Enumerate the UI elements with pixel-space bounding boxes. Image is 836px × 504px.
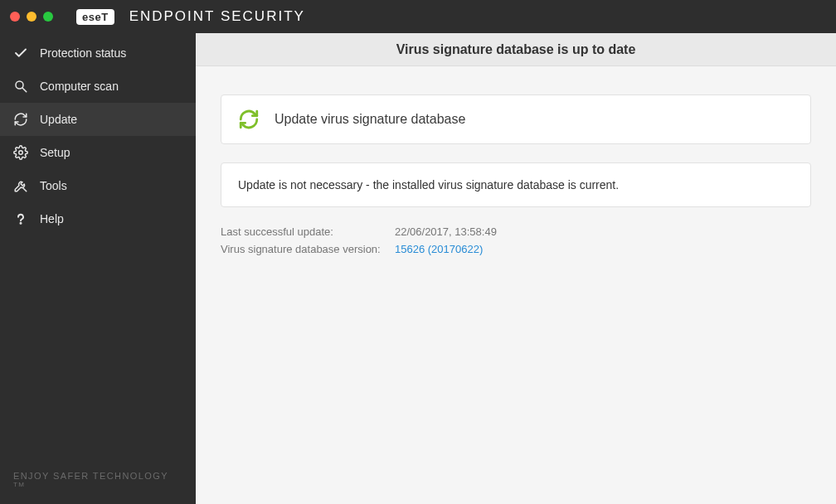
tools-icon bbox=[13, 178, 28, 193]
sidebar-nav: Protection status Computer scan Update bbox=[0, 33, 196, 459]
db-version-link[interactable]: 15626 (20170622) bbox=[395, 243, 483, 255]
brand-title: ENDPOINT SECURITY bbox=[129, 8, 305, 25]
last-update-value: 22/06/2017, 13:58:49 bbox=[395, 225, 497, 238]
question-icon bbox=[13, 211, 28, 226]
sidebar-footer: ENJOY SAFER TECHNOLOGY TM bbox=[0, 459, 196, 504]
refresh-icon bbox=[13, 112, 28, 127]
content-inner: Update virus signature database Update i… bbox=[196, 66, 836, 288]
sidebar-item-label: Computer scan bbox=[40, 80, 119, 93]
sidebar-item-label: Setup bbox=[40, 146, 70, 159]
check-icon bbox=[13, 46, 28, 61]
svg-line-1 bbox=[22, 88, 27, 92]
status-title: Virus signature database is up to date bbox=[396, 42, 636, 57]
db-version-label: Virus signature database version: bbox=[221, 243, 395, 255]
update-meta: Last successful update: 22/06/2017, 13:5… bbox=[221, 225, 811, 255]
sidebar-item-label: Help bbox=[40, 212, 64, 225]
sidebar-item-tools[interactable]: Tools bbox=[0, 169, 196, 202]
sidebar-item-help[interactable]: Help bbox=[0, 202, 196, 235]
trademark-symbol: TM bbox=[13, 481, 25, 488]
search-icon bbox=[13, 79, 28, 94]
svg-point-0 bbox=[16, 81, 23, 89]
svg-point-4 bbox=[20, 223, 21, 224]
gear-icon bbox=[13, 145, 28, 160]
sidebar-item-setup[interactable]: Setup bbox=[0, 136, 196, 169]
sidebar: Protection status Computer scan Update bbox=[0, 33, 196, 504]
body-area: Protection status Computer scan Update bbox=[0, 33, 836, 504]
app-window: eseT ENDPOINT SECURITY Protection status… bbox=[0, 0, 836, 504]
footer-slogan: ENJOY SAFER TECHNOLOGY bbox=[13, 471, 168, 481]
update-button-label: Update virus signature database bbox=[275, 112, 465, 127]
titlebar: eseT ENDPOINT SECURITY bbox=[0, 0, 836, 33]
svg-line-3 bbox=[23, 188, 27, 191]
sidebar-item-protection[interactable]: Protection status bbox=[0, 36, 196, 70]
sidebar-item-label: Protection status bbox=[40, 46, 126, 60]
sidebar-item-scan[interactable]: Computer scan bbox=[0, 70, 196, 103]
update-info-message: Update is not necessary - the installed … bbox=[238, 178, 619, 191]
sidebar-item-label: Tools bbox=[40, 179, 67, 192]
brand-badge: eseT bbox=[76, 9, 114, 25]
last-update-label: Last successful update: bbox=[221, 225, 395, 238]
sidebar-item-label: Update bbox=[40, 113, 77, 126]
meta-row-last-update: Last successful update: 22/06/2017, 13:5… bbox=[221, 225, 811, 238]
svg-point-2 bbox=[19, 151, 23, 155]
content-area: Virus signature database is up to date U… bbox=[196, 33, 836, 504]
maximize-window-button[interactable] bbox=[43, 12, 53, 22]
sidebar-item-update[interactable]: Update bbox=[0, 103, 196, 136]
update-info-card: Update is not necessary - the installed … bbox=[221, 162, 811, 207]
update-database-button[interactable]: Update virus signature database bbox=[221, 94, 811, 144]
status-bar: Virus signature database is up to date bbox=[196, 33, 836, 66]
window-controls bbox=[10, 12, 53, 22]
close-window-button[interactable] bbox=[10, 12, 20, 22]
refresh-icon bbox=[238, 109, 260, 130]
meta-row-db-version: Virus signature database version: 15626 … bbox=[221, 243, 811, 255]
minimize-window-button[interactable] bbox=[27, 12, 36, 22]
